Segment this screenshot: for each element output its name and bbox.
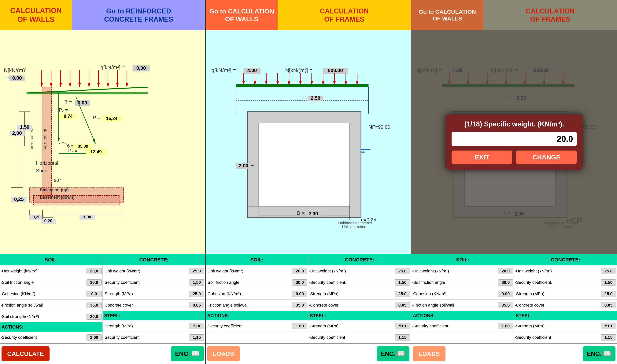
table-row[interactable]: ·Security coefficient 1.15 <box>308 332 411 343</box>
modal-input-field[interactable] <box>452 132 577 146</box>
panel3-soil-header: SOIL: <box>411 257 514 263</box>
panel2-data-rows: ·Unit weight (kN/m³) 20.0 ·Soil friction… <box>206 265 411 343</box>
table-row[interactable]: ·Unit weight (kN/m³) 25,0 <box>103 265 205 277</box>
steel-strength-value[interactable]: 510 <box>189 323 204 329</box>
svg-text:90º: 90º <box>54 178 61 183</box>
p3-steel-security-label: ·Security coefficient <box>515 335 601 340</box>
p3-concrete-cover-label: ·Concrete cover <box>515 303 601 308</box>
p2-concrete-cover-value[interactable]: 0.05 <box>395 302 410 308</box>
svg-text:P =: P = <box>93 115 100 120</box>
table-row[interactable]: ·Cohesion (KN/m²) 0.00 <box>206 288 308 299</box>
table-row[interactable]: ·Security coefficient. 1.50 <box>514 277 617 288</box>
cohesion-value[interactable]: 0,0 <box>87 291 102 297</box>
table-row[interactable]: ·Soil friction angle 30.0 <box>206 277 308 288</box>
table-row[interactable]: ·Strength (MPa) 510 <box>308 320 411 332</box>
concrete-strength-value[interactable]: 25,0 <box>189 291 204 297</box>
goto-walls-button-p2[interactable]: Go to CALCULATION OF WALLS <box>206 0 278 30</box>
table-row[interactable]: ·Concrete cover 0.05 <box>514 299 617 311</box>
table-row[interactable]: ·Strength (MPa) 25.0 <box>514 288 617 299</box>
table-row[interactable]: ·Security coefficient 1.15 <box>514 332 617 343</box>
p3-loads-button[interactable]: LOADS <box>413 346 445 361</box>
panel2-drawing: q[kN/m²] = 4.00 N[kN/(m)] = 600.00 <box>206 30 411 254</box>
table-row[interactable]: ·Friction angle soil/wall 35.0 <box>411 299 514 311</box>
soil-strength-value[interactable]: 20,0 <box>87 313 102 320</box>
p3-soil-unit-weight-value[interactable]: 20.0 <box>498 268 513 274</box>
concrete-cover-value[interactable]: 0,05 <box>189 302 204 308</box>
p2-actions-security-value[interactable]: 1.60 <box>292 323 307 329</box>
p3-soil-friction-value[interactable]: 30.0 <box>498 279 513 286</box>
concrete-unit-weight-value[interactable]: 25,0 <box>189 268 204 274</box>
p2-concrete-unit-weight-value[interactable]: 25.0 <box>395 268 410 274</box>
goto-concrete-frames-button[interactable]: Go to REINFORCED CONCRETE FRAMES <box>72 0 205 30</box>
p2-steel-strength-value[interactable]: 510 <box>395 323 410 329</box>
p2-soil-unit-weight-value[interactable]: 20.0 <box>292 268 307 274</box>
p2-concrete-strength-value[interactable]: 25.0 <box>395 291 410 297</box>
p2-actions-security-label: ·Security coefficient <box>206 324 292 328</box>
p2-friction-soil-wall-value[interactable]: 35.0 <box>292 302 307 308</box>
table-row[interactable]: ·Strength (MPa) 510 <box>103 320 205 332</box>
p2-steel-security-value[interactable]: 1.15 <box>395 334 410 340</box>
table-row[interactable]: ·Soil friction angle 30,0 <box>0 277 102 288</box>
p3-friction-soil-wall-value[interactable]: 35.0 <box>498 302 513 308</box>
table-row[interactable]: ·Unit weight (kN/m³) 25.0 <box>514 265 617 277</box>
calculate-button[interactable]: CALCULATE <box>1 346 50 361</box>
table-row[interactable]: ·Concrete cover 0.05 <box>308 299 411 311</box>
concrete-strength-label: ·Strength (MPa) <box>103 291 189 296</box>
loads-button[interactable]: LOADS <box>207 346 240 361</box>
table-row[interactable]: ·Unit weight (kN/m³) 20.0 <box>206 265 308 277</box>
soil-friction-value[interactable]: 30,0 <box>87 279 102 286</box>
p2-soil-friction-value[interactable]: 30.0 <box>292 279 307 286</box>
p2-concrete-security-value[interactable]: 1.50 <box>395 279 410 286</box>
panel1-data-headers: SOIL: CONCRETE: <box>0 254 205 265</box>
p3-concrete-strength-value[interactable]: 25.0 <box>601 291 616 297</box>
p3-cohesion-value[interactable]: 0.00 <box>498 291 513 297</box>
table-row[interactable]: ·Security coefficient 1.60 <box>411 320 514 332</box>
table-row[interactable]: ·Cohesion (KN/m²) 0,0 <box>0 288 102 299</box>
friction-soil-wall-value[interactable]: 35,0 <box>87 302 102 308</box>
table-row[interactable]: ·Unit weight (kN/m³) 20,0 <box>0 265 102 277</box>
p3-actions-security-value[interactable]: 1.60 <box>498 323 513 329</box>
p3-eng-button[interactable]: ENG. 📖 <box>583 346 616 361</box>
actions-security-value[interactable]: 1,60 <box>87 334 102 340</box>
table-row[interactable]: ·Security coefficient 1,60 <box>0 332 102 343</box>
p3-concrete-security-value[interactable]: 1.50 <box>601 279 616 286</box>
p3-concrete-cover-value[interactable]: 0.05 <box>601 302 616 308</box>
modal-exit-button[interactable]: EXIT <box>452 151 512 164</box>
table-row[interactable]: ·Unit weight (kN/m³) 20.0 <box>411 265 514 277</box>
table-row[interactable]: ·Security coefficient. 1,50 <box>103 277 205 288</box>
p3-steel-security-value[interactable]: 1.15 <box>601 334 616 340</box>
table-row[interactable]: ·Soil strength(kN/m²) 20,0 <box>0 311 102 322</box>
concrete-security-value[interactable]: 1,50 <box>189 279 204 286</box>
table-row[interactable]: ·Security coefficient. 1.50 <box>308 277 411 288</box>
p2-cohesion-value[interactable]: 0.00 <box>292 291 307 297</box>
table-row[interactable]: ·Strength (MPa) 25,0 <box>103 288 205 299</box>
p3-soil-friction-label: ·Soil friction angle <box>412 280 498 285</box>
panel2-footer: LOADS ENG. 📖 <box>206 343 411 364</box>
p2-soil-unit-weight-label: ·Unit weight (kN/m³) <box>206 269 292 273</box>
table-row[interactable]: ·Security coefficient 1,15 <box>103 332 205 343</box>
eng-button[interactable]: ENG. 📖 <box>171 346 204 361</box>
svg-text:8,74: 8,74 <box>64 114 73 119</box>
soil-unit-weight-value[interactable]: 20,0 <box>87 268 102 274</box>
steel-security-value[interactable]: 1,15 <box>189 334 204 340</box>
p2-eng-button[interactable]: ENG. 📖 <box>377 346 409 361</box>
p3-concrete-unit-weight-value[interactable]: 25.0 <box>601 268 616 274</box>
p3-concrete-security-label: ·Security coefficient. <box>515 280 601 285</box>
table-row[interactable]: ·Concrete cover 0,05 <box>103 299 205 311</box>
svg-text:q[kN/m²] =: q[kN/m²] = <box>211 67 236 73</box>
table-row[interactable]: ·Strength (MPa) 25.0 <box>308 288 411 299</box>
table-row[interactable]: ·Strength (MPa) 510 <box>514 320 617 332</box>
modal-change-button[interactable]: CHANGE <box>516 151 577 164</box>
table-row[interactable]: ·Soil friction angle 30.0 <box>411 277 514 288</box>
goto-walls-button-p3[interactable]: Go to CALCULATION OF WALLS <box>411 0 483 30</box>
eng-label: ENG. <box>175 350 190 357</box>
p3-steel-strength-value[interactable]: 510 <box>601 323 616 329</box>
table-row[interactable]: ·Friction angle soil/wall 35.0 <box>206 299 308 311</box>
table-row[interactable]: ·Cohesion (KN/m²) 0.00 <box>411 288 514 299</box>
table-row[interactable]: ·Friction angle soil/wall 35,0 <box>0 299 102 311</box>
panel2-data: SOIL: CONCRETE: ·Unit weight (kN/m³) 20.… <box>206 254 411 364</box>
table-row[interactable]: ·Unit weight (kN/m³) 25.0 <box>308 265 411 277</box>
svg-text:0,00: 0,00 <box>12 75 22 80</box>
table-row[interactable]: ·Security coefficient 1.60 <box>206 320 308 332</box>
panel3-data-rows: ·Unit weight (kN/m³) 20.0 ·Soil friction… <box>411 265 617 343</box>
